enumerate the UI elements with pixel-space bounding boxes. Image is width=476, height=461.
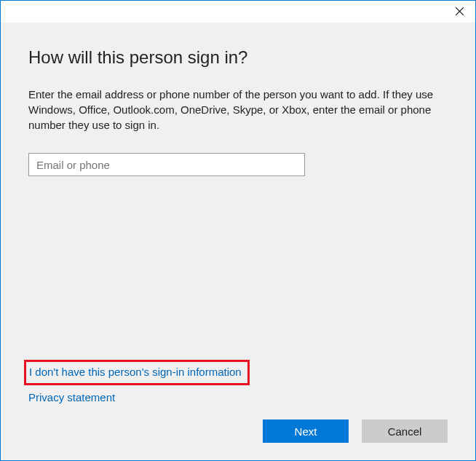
- highlight-box: I don't have this person's sign-in infor…: [24, 360, 250, 385]
- no-signin-info-link[interactable]: I don't have this person's sign-in infor…: [29, 366, 242, 378]
- dialog-content: How will this person sign in? Enter the …: [1, 23, 475, 460]
- page-title: How will this person sign in?: [28, 47, 448, 68]
- close-icon: [456, 7, 464, 15]
- next-button[interactable]: Next: [263, 419, 349, 443]
- email-phone-input[interactable]: [28, 153, 305, 176]
- titlebar: [1, 1, 475, 23]
- privacy-statement-link[interactable]: Privacy statement: [28, 391, 250, 403]
- links-area: I don't have this person's sign-in infor…: [28, 360, 250, 403]
- cancel-button[interactable]: Cancel: [362, 419, 448, 443]
- dialog-window: How will this person sign in? Enter the …: [0, 0, 476, 461]
- description-text: Enter the email address or phone number …: [28, 87, 440, 133]
- button-row: Next Cancel: [263, 419, 448, 443]
- close-button[interactable]: [443, 1, 475, 21]
